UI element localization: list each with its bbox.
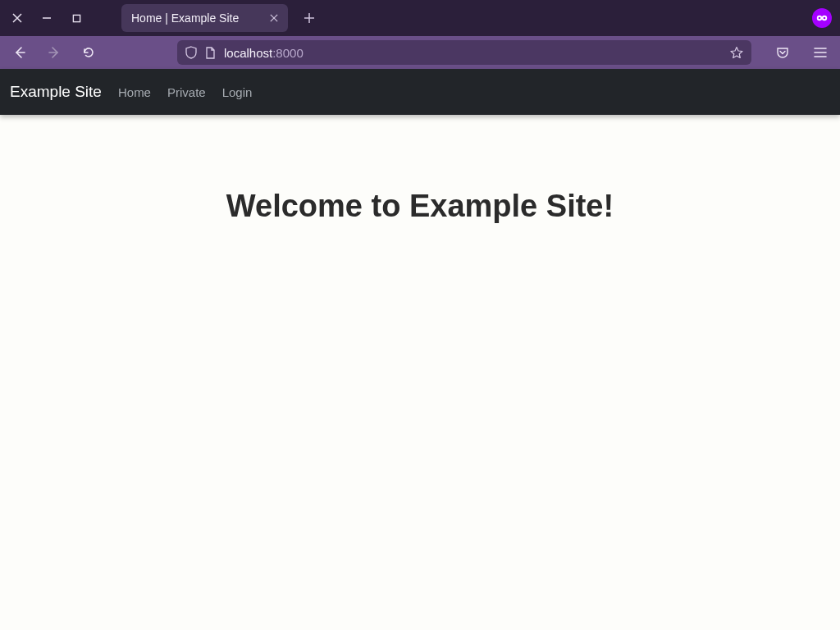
page-icon: [205, 47, 216, 59]
nav-link-login[interactable]: Login: [222, 85, 253, 99]
browser-tab[interactable]: Home | Example Site: [121, 4, 288, 32]
back-button[interactable]: [8, 41, 31, 64]
shield-icon[interactable]: [185, 46, 197, 59]
svg-rect-0: [73, 15, 80, 21]
url-bar[interactable]: localhost:8000: [177, 40, 751, 65]
pocket-icon[interactable]: [771, 41, 794, 64]
window-minimize-icon[interactable]: [41, 12, 52, 24]
forward-button: [43, 41, 66, 64]
window-close-icon[interactable]: [11, 12, 23, 24]
page-content: Welcome to Example Site!: [0, 115, 840, 224]
window-titlebar: Home | Example Site: [0, 0, 840, 36]
hamburger-menu-icon[interactable]: [809, 41, 832, 64]
browser-toolbar: localhost:8000: [0, 36, 840, 69]
url-host: localhost: [224, 46, 272, 60]
tab-close-icon[interactable]: [270, 11, 278, 25]
page-headline: Welcome to Example Site!: [0, 189, 840, 224]
profile-badge-icon[interactable]: [812, 8, 832, 28]
window-controls: [0, 12, 82, 24]
site-brand[interactable]: Example Site: [10, 83, 102, 101]
toolbar-right: [771, 41, 832, 64]
url-port: :8000: [272, 46, 304, 60]
window-maximize-icon[interactable]: [71, 12, 82, 24]
new-tab-button[interactable]: [299, 8, 319, 28]
nav-link-home[interactable]: Home: [118, 85, 151, 99]
bookmark-star-icon[interactable]: [730, 46, 743, 59]
svg-point-4: [824, 17, 826, 20]
reload-button[interactable]: [77, 41, 100, 64]
svg-point-3: [819, 17, 821, 20]
nav-link-private[interactable]: Private: [167, 85, 206, 99]
tab-title: Home | Example Site: [131, 11, 239, 25]
site-navbar: Example Site Home Private Login: [0, 69, 840, 115]
url-text: localhost:8000: [224, 46, 722, 60]
